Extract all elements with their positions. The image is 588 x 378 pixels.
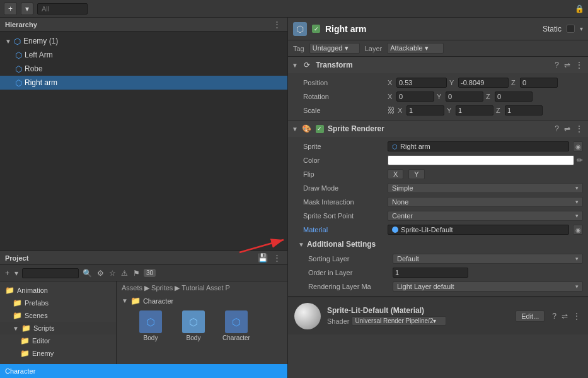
order-value <box>393 268 583 278</box>
scale-lock-icon[interactable]: ⛓ <box>388 106 395 115</box>
rot-x-input[interactable] <box>396 92 434 102</box>
material-help-btn[interactable]: ? <box>551 312 558 321</box>
sprite-name: Right arm <box>400 143 430 150</box>
material-preset-btn[interactable]: ⇌ <box>560 312 569 321</box>
asset-item-body1[interactable]: ⬡ Body <box>132 308 170 344</box>
transform-header[interactable]: ▼ ⟳ Transform ? ⇌ ⋮ <box>288 57 588 73</box>
transform-help-btn[interactable]: ? <box>553 61 560 69</box>
flip-x-btn[interactable]: X <box>388 169 403 179</box>
sprite-pick-btn[interactable]: ◉ <box>573 141 583 151</box>
hierarchy-item-enemy[interactable]: ▼ ⬡ Enemy (1) <box>0 34 287 48</box>
material-edit-btn[interactable]: Edit... <box>516 310 545 322</box>
render-layer-row: Rendering Layer Ma Light Layer default ▾ <box>288 280 588 293</box>
tree-item-prefabs[interactable]: 📁 Prefabs <box>0 297 116 309</box>
pos-y-input[interactable] <box>458 78 509 88</box>
layer-dropdown[interactable]: Attackable ▾ <box>387 43 444 54</box>
render-layer-arrow: ▾ <box>575 283 579 290</box>
project-toolbar: + ▾ 🔍 ⚙ ☆ ⚠ ⚑ 30 <box>0 265 287 281</box>
rot-x-group: X <box>388 92 434 102</box>
sprite-label: Sprite <box>303 143 385 150</box>
sort-point-dropdown[interactable]: Center ▾ <box>388 211 583 221</box>
additional-settings-header[interactable]: ▼ Additional Settings <box>288 237 588 252</box>
material-block: Sprite-Lit-Default (Material) Shader Uni… <box>288 297 588 334</box>
tree-item-enemy[interactable]: 📁 Enemy <box>0 347 116 360</box>
hierarchy-action-btn[interactable]: ⋮ <box>272 20 282 29</box>
lock-icon[interactable]: 🔒 <box>575 4 584 13</box>
search-input[interactable] <box>37 3 88 15</box>
static-checkbox[interactable] <box>567 25 575 33</box>
hierarchy-list: ▼ ⬡ Enemy (1) ⬡ Left Arm ⬡ Robe ⬡ Ri <box>0 32 287 251</box>
transform-preset-btn[interactable]: ⇌ <box>563 61 572 69</box>
asset-icon: ⬡ <box>139 310 162 333</box>
material-field[interactable]: Sprite-Lit-Default <box>388 225 569 235</box>
rot-y-input[interactable] <box>446 92 483 102</box>
sr-preset-btn[interactable]: ⇌ <box>563 124 572 133</box>
character-folder-header[interactable]: ▼ 📁 Character <box>122 295 282 308</box>
scale-z-input[interactable] <box>505 105 543 115</box>
alert-icon-btn[interactable]: ⚠ <box>120 269 129 278</box>
project-menu-btn[interactable]: ⋮ <box>272 253 282 263</box>
project-search-input[interactable] <box>22 268 79 278</box>
z-label: Z <box>511 79 519 86</box>
material-info: Sprite-Lit-Default (Material) Shader Uni… <box>327 306 509 326</box>
sr-menu-btn[interactable]: ⋮ <box>574 124 584 133</box>
shader-val: Universal Render Pipeline/2▾ <box>355 317 436 324</box>
material-pick-btn[interactable]: ◉ <box>573 225 583 235</box>
flip-label: Flip <box>303 170 385 178</box>
tree-item-scenes[interactable]: 📁 Scenes <box>0 309 116 322</box>
y-label: Y <box>449 79 457 86</box>
star-icon-btn[interactable]: ☆ <box>108 269 117 278</box>
tree-item-scripts[interactable]: ▼ 📁 Scripts <box>0 322 116 334</box>
color-swatch[interactable] <box>388 155 574 165</box>
hierarchy-item-robe[interactable]: ⬡ Robe <box>0 62 287 76</box>
mask-label: Mask Interaction <box>303 198 385 206</box>
transform-toggle: ▼ <box>292 62 298 69</box>
add-project-btn[interactable]: + <box>4 269 11 278</box>
scale-y-input[interactable] <box>456 105 493 115</box>
static-dropdown-arrow[interactable]: ▾ <box>580 25 583 32</box>
sprite-field[interactable]: ⬡ Right arm <box>388 141 569 151</box>
scale-label: Scale <box>303 107 385 114</box>
render-layer-val: Light Layer default <box>397 283 454 290</box>
arrow-down-btn[interactable]: ▾ <box>13 269 20 278</box>
rot-z-input[interactable] <box>495 92 533 102</box>
tree-item-animation[interactable]: 📁 Animation <box>0 284 116 297</box>
hierarchy-item-leftarm[interactable]: ⬡ Left Arm <box>0 48 287 62</box>
material-menu-btn[interactable]: ⋮ <box>572 312 582 321</box>
rot-y-group: Y <box>437 92 483 102</box>
eyedropper-btn[interactable]: ✏ <box>577 156 583 165</box>
scale-x-input[interactable] <box>406 105 444 115</box>
asset-item-body2[interactable]: ⬡ Body <box>175 308 212 344</box>
transform-menu-btn[interactable]: ⋮ <box>574 61 584 69</box>
pos-x-input[interactable] <box>396 78 447 88</box>
mask-dropdown[interactable]: None ▾ <box>388 197 583 207</box>
flip-y-btn[interactable]: Y <box>408 169 424 179</box>
tag-dropdown[interactable]: Untagged ▾ <box>309 43 360 54</box>
menu-button[interactable]: ▾ <box>21 3 33 15</box>
shader-dropdown[interactable]: Universal Render Pipeline/2▾ <box>352 316 446 326</box>
color-value: ✏ <box>388 155 583 165</box>
sr-enabled[interactable]: ✓ <box>316 125 324 133</box>
tree-item-editor[interactable]: 📁 Editor <box>0 334 116 347</box>
scale-value: ⛓ X Y Z <box>388 105 583 115</box>
cube-icon: ⬡ <box>15 50 22 60</box>
sorting-layer-dropdown[interactable]: Default ▾ <box>393 254 583 264</box>
project-save-btn[interactable]: 💾 <box>257 253 269 263</box>
hierarchy-item-rightarm[interactable]: ⬡ Right arm <box>0 76 287 90</box>
sr-help-btn[interactable]: ? <box>553 124 560 133</box>
body-icon: ⬡ <box>146 316 155 328</box>
sprite-thumb-icon: ⬡ <box>392 143 398 150</box>
cube-icon: ⬡ <box>15 64 22 74</box>
draw-mode-dropdown[interactable]: Simple ▾ <box>388 183 583 193</box>
render-layer-dropdown[interactable]: Light Layer default ▾ <box>393 281 583 292</box>
search-icon-btn[interactable]: 🔍 <box>81 269 93 278</box>
settings-icon-btn[interactable]: ⚙ <box>96 269 105 278</box>
sprite-renderer-header[interactable]: ▼ 🎨 ✓ Sprite Renderer ? ⇌ ⋮ <box>288 121 588 137</box>
folder-icon: 📁 <box>21 324 31 333</box>
enabled-checkbox[interactable]: ✓ <box>312 25 320 33</box>
flag-icon-btn[interactable]: ⚑ <box>132 269 141 278</box>
order-input[interactable] <box>393 268 468 278</box>
add-button[interactable]: + <box>4 3 17 15</box>
pos-z-input[interactable] <box>520 78 558 88</box>
asset-item-character[interactable]: ⬡ Character <box>217 308 255 344</box>
